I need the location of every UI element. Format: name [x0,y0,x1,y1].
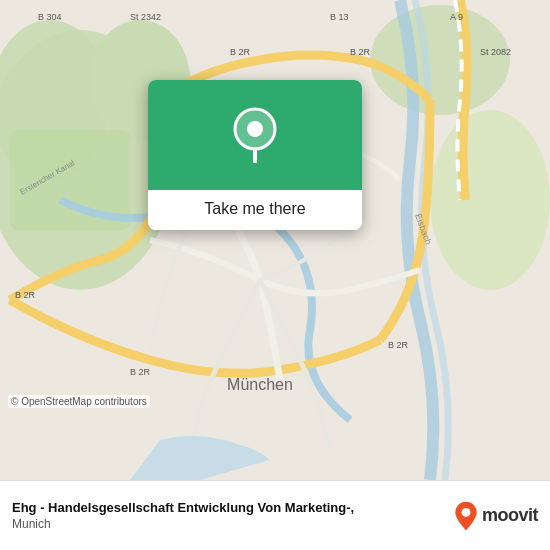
moovit-logo: moovit [452,500,538,532]
svg-text:St 2082: St 2082 [480,47,511,57]
info-bar: Ehg - Handelsgesellschaft Entwicklung Vo… [0,480,550,550]
info-text-block: Ehg - Handelsgesellschaft Entwicklung Vo… [12,500,440,532]
svg-text:B 2R: B 2R [130,367,151,377]
svg-text:B 2R: B 2R [350,47,371,57]
take-me-there-button[interactable]: Take me there [204,200,305,218]
svg-point-4 [370,5,510,115]
map-container: B 2R B 2R B 2R B 2R B 2R St 2082 St 2342… [0,0,550,480]
svg-text:A 9: A 9 [450,12,463,22]
popup-green-header [148,80,362,190]
moovit-pin-icon [452,500,480,532]
svg-text:St 2342: St 2342 [130,12,161,22]
svg-text:B 2R: B 2R [15,290,36,300]
svg-text:B 304: B 304 [38,12,62,22]
moovit-brand-text: moovit [482,505,538,526]
svg-text:München: München [227,376,293,393]
popup-button-area[interactable]: Take me there [148,190,362,230]
place-title: Ehg - Handelsgesellschaft Entwicklung Vo… [12,500,440,517]
location-pin-icon [231,107,279,163]
svg-point-5 [430,110,550,290]
copyright-notice: © OpenStreetMap contributors [8,395,150,408]
svg-text:B 2R: B 2R [230,47,251,57]
place-subtitle: Munich [12,517,440,531]
popup-card[interactable]: Take me there [148,80,362,230]
svg-point-23 [462,508,471,517]
svg-point-22 [247,121,263,137]
svg-text:B 13: B 13 [330,12,349,22]
svg-text:B 2R: B 2R [388,340,409,350]
